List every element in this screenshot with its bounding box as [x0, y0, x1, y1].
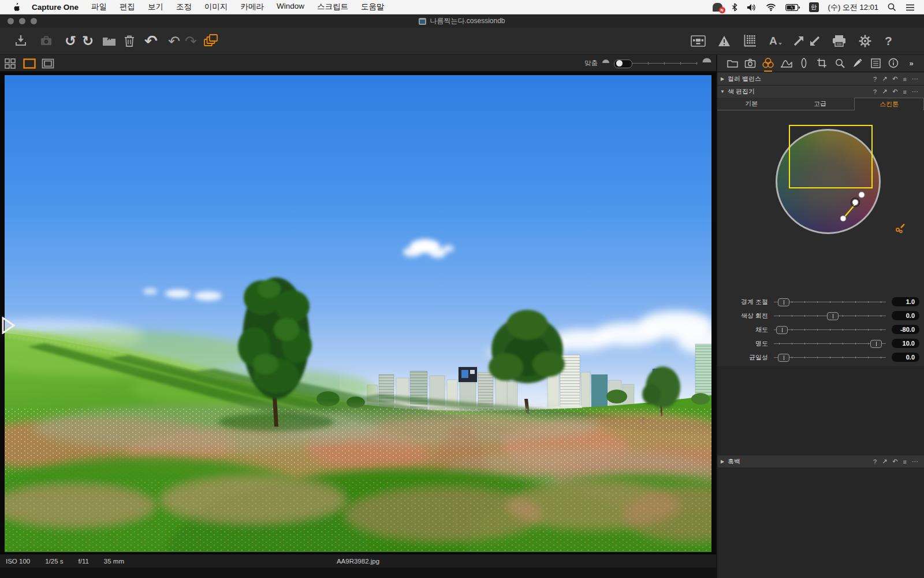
rotate-ccw-button[interactable]: ↺	[65, 34, 76, 48]
slider-knob[interactable]	[778, 354, 789, 362]
reset-icon[interactable]: ↶	[892, 75, 897, 83]
crop-tab-icon[interactable]	[815, 56, 829, 70]
menu-item-2[interactable]: 보기	[141, 2, 170, 12]
color-tab-icon[interactable]	[761, 56, 775, 70]
more-icon[interactable]: ⋯	[912, 458, 918, 465]
details-tab-icon[interactable]	[869, 56, 882, 70]
info-tab-icon[interactable]	[886, 56, 900, 70]
photo-canvas[interactable]	[5, 75, 711, 552]
menu-item-8[interactable]: 도움말	[355, 2, 391, 12]
lens-tab-icon[interactable]	[797, 56, 811, 70]
menu-app-name[interactable]: Capture One	[25, 3, 85, 12]
menu-item-1[interactable]: 편집	[113, 2, 141, 12]
library-tab-icon[interactable]	[725, 56, 739, 70]
disclosure-collapsed-icon[interactable]: ▶	[717, 76, 728, 81]
export-folder-button[interactable]	[102, 35, 117, 47]
copy-adjustments-button[interactable]	[203, 34, 219, 49]
color-selection-rect[interactable]	[789, 125, 873, 188]
zoom-large-icon[interactable]	[703, 57, 711, 62]
multi-view-button[interactable]	[5, 58, 17, 71]
capture-tab-icon[interactable]	[743, 56, 757, 70]
pick-skin-tone-icon[interactable]	[894, 221, 907, 236]
apple-menu-icon[interactable]	[8, 2, 25, 12]
export-button[interactable]	[792, 35, 805, 47]
section-black-white[interactable]: ▶ 흑백 ? ↗ ↶ ≡ ⋯	[717, 455, 924, 468]
color-editor-tab-1[interactable]: 고급	[786, 98, 855, 110]
help-icon[interactable]: ?	[873, 88, 877, 95]
slider-track[interactable]	[774, 325, 886, 334]
annotations-button[interactable]: A	[769, 35, 782, 47]
slider-knob[interactable]	[827, 312, 839, 320]
exposure-warning-button[interactable]	[717, 35, 731, 47]
messenger-icon[interactable]: N	[713, 3, 722, 12]
zoom-slider-knob[interactable]	[616, 60, 623, 66]
notification-center-icon[interactable]	[906, 4, 915, 11]
redo-button[interactable]: ↷	[185, 34, 197, 49]
reset-icon[interactable]: ↶	[892, 88, 897, 95]
capture-camera-button[interactable]	[39, 34, 53, 48]
help-icon[interactable]: ?	[873, 76, 877, 83]
menu-icon[interactable]: ≡	[903, 458, 907, 465]
disclosure-expanded-icon[interactable]: ▼	[717, 89, 728, 94]
spotlight-search-icon[interactable]	[888, 3, 896, 12]
print-button[interactable]	[832, 35, 847, 47]
rotate-cw-button[interactable]: ↻	[82, 34, 94, 48]
zoom-slider-track[interactable]	[632, 63, 698, 64]
color-editor-tab-0[interactable]: 기본	[717, 98, 786, 110]
adjustments-tab-icon[interactable]	[851, 56, 865, 70]
menu-clock[interactable]: (수) 오전 12:01	[828, 2, 878, 13]
help-icon[interactable]: ?	[873, 458, 877, 465]
slider-knob[interactable]	[870, 340, 882, 348]
slider-value[interactable]: 10.0	[892, 339, 919, 348]
menu-icon[interactable]: ≡	[903, 76, 907, 83]
bluetooth-icon[interactable]	[732, 3, 737, 12]
reset-adjustments-button[interactable]: ↶	[144, 34, 158, 49]
wifi-icon[interactable]	[766, 3, 776, 11]
undo-button[interactable]: ↶	[168, 34, 180, 49]
slider-track[interactable]	[774, 312, 886, 320]
grid-button[interactable]	[743, 34, 757, 48]
more-icon[interactable]: ⋯	[912, 75, 918, 83]
volume-icon[interactable]	[747, 3, 757, 12]
menu-item-0[interactable]: 파일	[85, 2, 113, 12]
reset-icon[interactable]: ↶	[892, 458, 897, 465]
disclosure-collapsed-icon[interactable]: ▶	[717, 459, 728, 464]
input-method-icon[interactable]: 한	[809, 2, 819, 12]
color-editor-tab-2[interactable]: 스킨톤	[854, 98, 924, 110]
proof-view-button[interactable]	[42, 58, 54, 71]
help-button[interactable]: ?	[885, 34, 892, 48]
menu-item-4[interactable]: 이미지	[198, 2, 234, 12]
trash-button[interactable]	[123, 34, 136, 48]
slider-knob[interactable]	[778, 298, 789, 306]
more-icon[interactable]: ⋯	[912, 88, 918, 95]
menu-item-7[interactable]: 스크립트	[311, 2, 355, 12]
slider-value[interactable]: 1.0	[892, 297, 919, 306]
slider-value[interactable]: 0.0	[892, 311, 919, 320]
import-button[interactable]	[808, 35, 821, 47]
focus-tab-icon[interactable]	[833, 56, 847, 70]
menu-icon[interactable]: ≡	[903, 88, 907, 95]
more-tabs-icon[interactable]: »	[904, 56, 918, 70]
expand-left-panel-arrow[interactable]	[2, 317, 16, 336]
slider-track[interactable]	[774, 353, 886, 362]
viewer-layout-button[interactable]	[691, 35, 706, 47]
section-color-balance[interactable]: ▶ 컬러 밸런스 ? ↗ ↶ ≡ ⋯	[717, 73, 924, 86]
exposure-tab-icon[interactable]	[779, 56, 793, 70]
slider-track[interactable]	[774, 339, 886, 348]
preset-icon[interactable]: ↗	[882, 88, 887, 95]
slider-value[interactable]: -80.0	[892, 325, 919, 334]
preset-icon[interactable]: ↗	[882, 75, 887, 83]
section-color-editor[interactable]: ▼ 색 편집기 ? ↗ ↶ ≡ ⋯	[717, 86, 924, 98]
slider-knob[interactable]	[776, 326, 788, 334]
slider-value[interactable]: 0.0	[892, 353, 919, 362]
import-images-button[interactable]	[14, 34, 28, 48]
preset-icon[interactable]: ↗	[882, 458, 887, 465]
zoom-fit-label[interactable]: 맞춤	[584, 59, 598, 68]
menu-item-6[interactable]: Window	[270, 2, 311, 12]
battery-icon[interactable]	[785, 4, 800, 11]
zoom-small-icon[interactable]	[602, 59, 609, 63]
menu-item-5[interactable]: 카메라	[234, 2, 271, 12]
menu-item-3[interactable]: 조정	[170, 2, 198, 12]
slider-track[interactable]	[774, 298, 886, 306]
preferences-gear-button[interactable]	[858, 34, 872, 48]
